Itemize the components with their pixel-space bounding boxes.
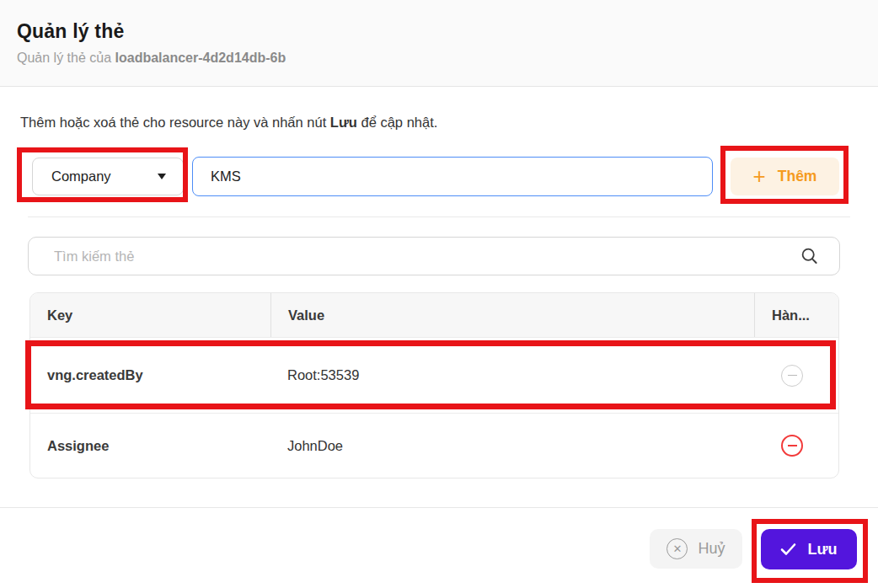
section-divider <box>28 216 850 217</box>
tag-action-cell <box>754 435 838 457</box>
cancel-button-label: Huỷ <box>698 540 725 558</box>
minus-dash <box>788 375 797 377</box>
table-row: Assignee JohnDoe <box>30 414 838 478</box>
instruction-bold-save: Lưu <box>330 115 357 130</box>
dialog-header: Quản lý thẻ Quản lý thẻ của loadbalancer… <box>0 0 878 87</box>
tag-value-cell: Root:53539 <box>270 367 754 383</box>
subtitle-prefix: Quản lý thẻ của <box>17 51 115 65</box>
table-row: vng.createdBy Root:53539 <box>30 338 838 414</box>
tag-key-cell: Assignee <box>30 438 270 454</box>
tag-key-select-value: Company <box>51 168 111 184</box>
circle-x-icon: ✕ <box>667 538 688 559</box>
tag-action-cell <box>754 365 838 387</box>
check-icon <box>780 543 796 556</box>
tags-table: Key Value Hàn... vng.createdBy Root:5353… <box>29 292 839 478</box>
plus-icon: + <box>753 165 766 187</box>
column-header-value: Value <box>270 293 754 337</box>
add-tag-button[interactable]: + Thêm <box>731 158 839 195</box>
remove-tag-icon[interactable] <box>781 435 803 457</box>
footer-divider <box>0 507 878 508</box>
instruction-suffix: để cập nhật. <box>357 115 437 130</box>
instruction-text: Thêm hoặc xoá thẻ cho resource này và nh… <box>20 115 437 131</box>
tag-search-input[interactable] <box>29 249 800 265</box>
minus-dash <box>788 445 797 446</box>
save-button[interactable]: Lưu <box>761 529 857 569</box>
save-button-label: Lưu <box>807 541 837 559</box>
search-icon[interactable] <box>800 247 819 265</box>
cancel-button[interactable]: ✕ Huỷ <box>650 529 742 569</box>
tag-key-cell: vng.createdBy <box>30 367 270 383</box>
tag-value-input[interactable] <box>192 157 713 196</box>
chevron-down-icon <box>158 174 166 179</box>
page-subtitle: Quản lý thẻ của loadbalancer-4d2d14db-6b <box>17 51 286 66</box>
page-title: Quản lý thẻ <box>17 20 124 43</box>
column-header-key: Key <box>30 293 270 337</box>
add-tag-button-label: Thêm <box>778 168 817 185</box>
tag-key-select[interactable]: Company <box>32 158 184 195</box>
remove-tag-icon-disabled[interactable] <box>781 365 803 387</box>
instruction-prefix: Thêm hoặc xoá thẻ cho resource này và nh… <box>20 115 330 130</box>
tag-value-cell: JohnDoe <box>270 438 754 454</box>
resource-name: loadbalancer-4d2d14db-6b <box>115 51 286 65</box>
table-header-row: Key Value Hàn... <box>30 293 838 338</box>
tag-search-field <box>28 237 840 275</box>
column-header-action: Hàn... <box>754 293 838 337</box>
